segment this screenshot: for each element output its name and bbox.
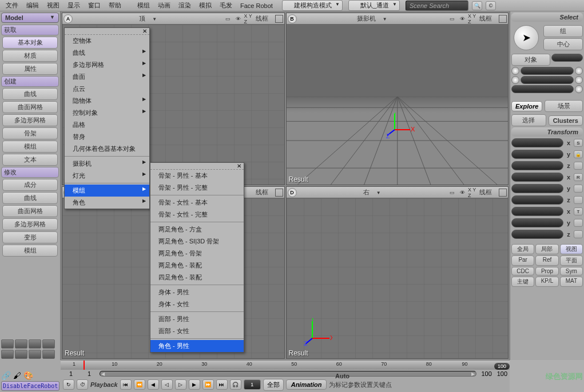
rot-z-field[interactable] [511, 195, 563, 205]
mi-face-f[interactable]: 面部 - 女性 [150, 325, 244, 337]
range-scrollbar[interactable] [100, 371, 476, 377]
vp-title-right[interactable]: 右 [299, 188, 446, 197]
btn-poly-mesh[interactable]: 多边形网格 [2, 114, 58, 126]
btn-curve[interactable]: 曲线 [2, 88, 58, 100]
mi-model-group[interactable]: 模组 [65, 185, 149, 197]
translate-btn[interactable]: T [574, 207, 583, 215]
btn-primitive[interactable]: 基本对象 [2, 37, 58, 49]
trans-z-field[interactable] [511, 230, 563, 239]
ref-button[interactable]: Ref [535, 255, 558, 266]
search-icon[interactable]: 🔍 [472, 1, 482, 10]
scene-search-input[interactable]: Scene Search [406, 1, 468, 11]
mi-skel-f-full[interactable]: 骨架 - 女性 - 完整 [150, 209, 244, 221]
menu-simulate[interactable]: 模拟 [196, 0, 215, 11]
close-icon[interactable]: ✕ [65, 28, 149, 35]
mi-biped-rig[interactable]: 两足角色 - 装配 [150, 259, 244, 271]
explore-button[interactable]: Explore [511, 101, 542, 111]
mi-biped-si3d[interactable]: 两足角色 - SI|3D 骨架 [150, 235, 244, 247]
prev-key-icon[interactable]: ⏪ [134, 379, 145, 390]
trans-y-field[interactable] [511, 218, 563, 227]
eye-icon[interactable]: 👁 [458, 189, 467, 197]
mi-control[interactable]: 控制对象 [65, 107, 149, 119]
par-button[interactable]: Par [511, 255, 534, 266]
clusters-button[interactable]: Clusters [549, 115, 583, 126]
current-frame-field[interactable]: 1 [244, 379, 261, 390]
end-frame2[interactable]: 100 [497, 370, 507, 377]
mi-quad-rig[interactable]: 四足角色 - 装配 [150, 271, 244, 283]
goto-start-icon[interactable]: ⏮ [120, 379, 132, 390]
rotate-btn[interactable]: R [574, 173, 583, 181]
animation-dropdown[interactable]: Animation [286, 379, 327, 390]
menu-help[interactable]: 帮助 [105, 0, 125, 11]
mi-null[interactable]: 空物体 [65, 35, 149, 47]
eye-icon[interactable]: 👁 [234, 15, 243, 23]
btn-property[interactable]: 属性 [2, 63, 58, 75]
btn-poly2[interactable]: 多边形网格 [2, 218, 58, 230]
camera-icon[interactable]: ▭ [447, 15, 456, 23]
object-button[interactable]: 对象 [511, 54, 550, 66]
kpl-button[interactable]: KP/L [535, 277, 558, 287]
layout-tile[interactable] [15, 339, 27, 349]
filter-pill[interactable] [551, 54, 583, 62]
close-icon[interactable]: ✕ [150, 163, 244, 170]
display-mode[interactable]: 线框 [256, 14, 271, 23]
mi-biped-box[interactable]: 两足角色 - 方盒 [150, 223, 244, 235]
btn-model[interactable]: 模组 [2, 141, 58, 153]
center-button[interactable]: 中心 [543, 38, 583, 50]
filter-pill[interactable] [521, 67, 574, 75]
cursor-tool[interactable]: ➤ [514, 25, 539, 50]
cdc-button[interactable]: CDC [511, 267, 534, 275]
scale-x-field[interactable] [511, 138, 563, 147]
btn-surf-mesh[interactable]: 曲面网格 [2, 101, 58, 113]
vp-title-top[interactable]: 顶 [75, 14, 221, 23]
coord-view[interactable]: 视图 [560, 244, 583, 254]
maximize-icon[interactable] [499, 189, 507, 197]
maximize-icon[interactable] [499, 15, 507, 23]
select-button[interactable]: 选择 [511, 114, 546, 126]
lock-icon[interactable]: 🔒 [574, 150, 583, 158]
layout-tile[interactable] [1, 339, 14, 349]
mi-skel-m-basic[interactable]: 骨架 - 男性 - 基本 [150, 170, 244, 182]
vp-badge-a[interactable]: A [63, 14, 73, 23]
clock-icon[interactable]: ⏱ [77, 379, 88, 390]
menu-file[interactable]: 文件 [2, 0, 22, 11]
menu-animation[interactable]: 动画 [154, 0, 174, 11]
maximize-icon[interactable] [275, 189, 283, 197]
start-frame[interactable]: 1 [63, 370, 79, 377]
plane-button[interactable]: 平面 [560, 255, 583, 266]
layout-tile[interactable] [1, 350, 14, 359]
scene-button[interactable]: 场景 [545, 100, 583, 112]
btn-surf2[interactable]: 曲面网格 [2, 205, 58, 217]
knob-icon[interactable] [511, 67, 519, 75]
end-frame-badge[interactable]: 100 [494, 363, 510, 370]
sym-button[interactable]: Sym [560, 267, 583, 275]
eye-icon[interactable]: 👁 [458, 15, 467, 23]
brush-icon[interactable]: 🖌 [13, 371, 21, 380]
btn-material[interactable]: 材质 [2, 50, 58, 62]
display-mode[interactable]: 线框 [479, 14, 494, 23]
mi-polymesh[interactable]: 多边形网格 [65, 59, 149, 71]
display-mode[interactable]: 线框 [479, 188, 494, 197]
key-button[interactable]: 主键 [511, 277, 534, 287]
scale-z-field[interactable] [511, 161, 563, 170]
knob-icon[interactable] [511, 76, 519, 84]
audio-icon[interactable]: 🎧 [230, 379, 241, 390]
start-frame2[interactable]: 1 [81, 370, 97, 377]
palette-icon[interactable]: 🎨 [23, 371, 33, 380]
trans-x-field[interactable] [511, 207, 563, 216]
mi-geoshader[interactable]: 几何体着色器基本对象 [65, 143, 149, 155]
command-line[interactable]: DisableFaceRobot [1, 381, 59, 391]
menu-hair[interactable]: 毛发 [216, 0, 236, 11]
vp-badge-b[interactable]: B [288, 14, 297, 23]
btn-model2[interactable]: 模组 [2, 245, 58, 257]
menu-display[interactable]: 显示 [64, 0, 84, 11]
coord-global[interactable]: 全局 [511, 244, 534, 254]
link-icon[interactable]: 🔗 [1, 371, 11, 380]
scale-y-field[interactable] [511, 150, 563, 159]
btn-deform[interactable]: 变形 [2, 231, 58, 243]
prop-button[interactable]: Prop [535, 267, 558, 275]
filter-pill[interactable] [511, 85, 574, 93]
rot-x-field[interactable] [511, 173, 563, 182]
model-dropdown[interactable]: Model [1, 13, 59, 23]
viewport-b[interactable]: B 摄影机 ▭ 👁 X Y Z 线框 Y [286, 13, 509, 185]
